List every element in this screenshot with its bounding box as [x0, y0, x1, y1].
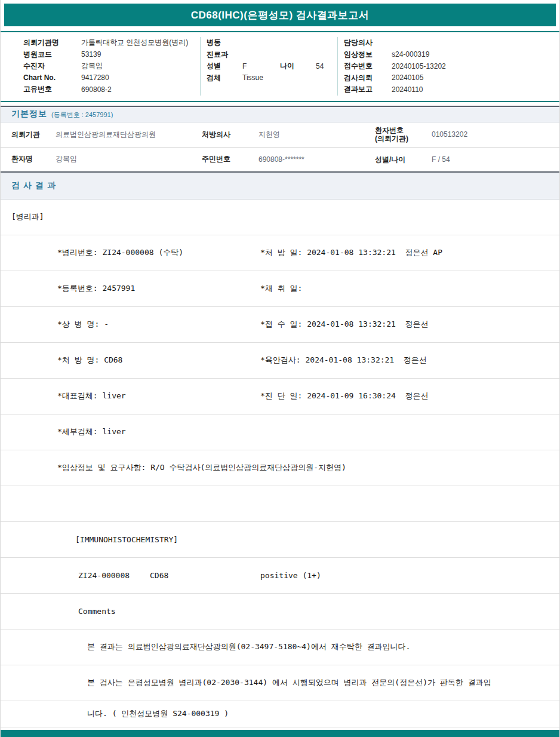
cell-label: 주민번호 [202, 154, 259, 164]
field-label: 수진자 [23, 61, 81, 71]
results-list: [병리과] *병리번호: ZI24-000008 (수탁) *처 방 일: 20… [1, 199, 559, 727]
header-field-row: 수진자 강복임 [23, 60, 200, 72]
field-value: s24-000319 [392, 50, 429, 59]
footer-bar [1, 730, 559, 737]
detail-right: *접 수 일: 2024-01-08 13:32:21 정은선 [260, 319, 559, 330]
field-label: 고유번호 [23, 84, 81, 94]
cell-value: F / 54 [432, 155, 559, 164]
field-value: 가톨릭대학교 인천성모병원(병리) [81, 38, 188, 48]
results-department-row: [병리과] [1, 199, 559, 235]
detail-left: *세부검체: liver [1, 426, 260, 437]
table-row: 의뢰기관 의료법인삼광의료재단삼광의원 처방의사 지헌영 환자번호 (의뢰기관)… [1, 122, 559, 148]
field-value: 9417280 [81, 73, 109, 82]
field-label: 의뢰기관명 [23, 38, 81, 48]
field-value: 20240110 [392, 85, 423, 94]
result-detail-row: *병리번호: ZI24-000008 (수탁) *처 방 일: 2024-01-… [1, 235, 559, 271]
report-title-bar: CD68(IHC)(은평성모) 검사결과보고서 [4, 4, 556, 26]
specimen-code: ZI24-000008 [78, 571, 150, 580]
field-value: 690808-2 [81, 85, 112, 94]
clinical-info-text: *임상정보 및 요구사항: R/O 수탁검사(의료법인삼광의료재단삼광의원-지헌… [57, 462, 346, 473]
field-label: 병원코드 [23, 50, 81, 60]
detail-left: *병리번호: ZI24-000008 (수탁) [1, 247, 260, 258]
comment-line: 본 결과는 의료법인삼광의료재단삼광의원(02-3497-5180~4)에서 재… [87, 641, 410, 652]
cell-value: 의료법인삼광의료재단삼광의원 [56, 130, 202, 140]
detail-left: *등록번호: 2457991 [1, 283, 260, 294]
detail-left: *처 방 명: CD68 [1, 355, 260, 366]
header-field-row: 병원코드 53139 [23, 49, 200, 61]
header-field-row: 검사의뢰 20240105 [344, 72, 559, 84]
header-field-row: 담당의사 [344, 37, 559, 49]
basic-info-table: 의뢰기관 의료법인삼광의료재단삼광의원 처방의사 지헌영 환자번호 (의뢰기관)… [1, 122, 559, 173]
detail-right: *채 취 일: [260, 283, 559, 294]
detail-right: *육안검사: 2024-01-08 13:32:21 정은선 [260, 355, 559, 366]
result-detail-row: *대표검체: liver *진 단 일: 2024-01-09 16:30:24… [1, 379, 559, 414]
cell-value: 지헌영 [259, 130, 375, 140]
header-col-left: 의뢰기관명 가톨릭대학교 인천성모병원(병리) 병원코드 53139 수진자 강… [1, 37, 201, 96]
ihc-header-label: [IMMUNOHISTOCHEMISTRY] [75, 535, 178, 544]
report-page: CD68(IHC)(은평성모) 검사결과보고서 의뢰기관명 가톨릭대학교 인천성… [0, 0, 560, 737]
field-value: F [242, 62, 280, 70]
results-section-title: 검 사 결 과 [11, 180, 56, 191]
field-label: 진료과 [207, 50, 242, 60]
result-detail-row: *처 방 명: CD68 *육안검사: 2024-01-08 13:32:21 … [1, 343, 559, 379]
ihc-result-row: ZI24-000008 CD68 positive (1+) [1, 558, 559, 594]
header-info: 의뢰기관명 가톨릭대학교 인천성모병원(병리) 병원코드 53139 수진자 강… [1, 31, 559, 102]
header-field-row: 결과보고 20240110 [344, 84, 559, 96]
cell-label: 환자명 [1, 154, 56, 164]
section-basic-info-bar: 기본정보 (등록번호 : 2457991) [1, 106, 559, 122]
detail-right: *진 단 일: 2024-01-09 16:30:24 정은선 [260, 391, 559, 401]
field-label: 나이 [280, 61, 316, 71]
cell-value: 강복임 [56, 154, 202, 164]
header-field-row: Chart No. 9417280 [23, 72, 200, 84]
clinical-info-row: *임상정보 및 요구사항: R/O 수탁검사(의료법인삼광의료재단삼광의원-지헌… [1, 450, 559, 486]
field-label: 임상정보 [344, 50, 392, 60]
cell-label: 성별/나이 [375, 155, 432, 164]
field-label: Chart No. [23, 73, 81, 82]
department-label: [병리과] [11, 211, 44, 222]
result-detail-row: *세부검체: liver [1, 414, 559, 450]
detail-right: *처 방 일: 2024-01-08 13:32:21 정은선 AP [260, 247, 559, 258]
basic-info-section-title: 기본정보 [11, 109, 47, 119]
test-name: CD68 [150, 571, 260, 580]
ihc-header-row: [IMMUNOHISTOCHEMISTRY] [1, 522, 559, 558]
header-field-row: 접수번호 20240105-13202 [344, 60, 559, 72]
comment-line: 본 검사는 은평성모병원 병리과(02-2030-3144) 에서 시행되었으며… [87, 677, 491, 688]
detail-left: *대표검체: liver [1, 391, 260, 401]
section-results-bar: 검 사 결 과 [1, 173, 559, 199]
header-field-row: 의뢰기관명 가톨릭대학교 인천성모병원(병리) [23, 37, 200, 49]
header-field-row: 성별 F 나이 54 [207, 60, 337, 72]
header-col-right: 담당의사 임상정보 s24-000319 접수번호 20240105-13202… [338, 37, 559, 96]
cell-value: 690808-******* [259, 155, 375, 164]
report-title: CD68(IHC)(은평성모) 검사결과보고서 [191, 8, 370, 22]
comment-line-row: 니다. ( 인천성모병원 S24-000319 ) [1, 701, 559, 727]
result-detail-row: *등록번호: 2457991 *채 취 일: [1, 271, 559, 307]
field-label: 병동 [207, 38, 242, 48]
field-value: 강복임 [81, 61, 103, 71]
field-label: 성별 [207, 61, 242, 71]
field-label: 결과보고 [344, 84, 392, 94]
header-col-middle: 병동 진료과 성별 F 나이 54 검체 Tissue [201, 37, 338, 96]
field-value: 20240105-13202 [392, 62, 446, 70]
header-field-row: 병동 [207, 37, 337, 49]
cell-label-line: (의뢰기관) [375, 134, 432, 143]
empty-row [1, 486, 559, 522]
table-row: 환자명 강복임 주민번호 690808-******* 성별/나이 F / 54 [1, 148, 559, 171]
header-field-row: 임상정보 s24-000319 [344, 49, 559, 61]
cell-label: 처방의사 [202, 130, 259, 140]
comment-line-row: 본 결과는 의료법인삼광의료재단삼광의원(02-3497-5180~4)에서 재… [1, 629, 559, 665]
cell-label: 환자번호 (의뢰기관) [375, 126, 432, 143]
field-label: 검사의뢰 [344, 73, 392, 83]
field-label: 접수번호 [344, 61, 392, 71]
result-detail-row: *상 병 명: - *접 수 일: 2024-01-08 13:32:21 정은… [1, 307, 559, 343]
comments-label-row: Comments [1, 594, 559, 629]
registration-number-note: (등록번호 : 2457991) [51, 109, 113, 119]
field-label: 담당의사 [344, 38, 392, 48]
cell-label-line: 환자번호 [375, 126, 432, 134]
field-label: 검체 [207, 73, 242, 83]
header-field-row: 검체 Tissue [207, 72, 337, 84]
comment-line: 니다. ( 인천성모병원 S24-000319 ) [87, 708, 229, 719]
comments-label: Comments [78, 607, 116, 616]
comment-line-row: 본 검사는 은평성모병원 병리과(02-2030-3144) 에서 시행되었으며… [1, 665, 559, 701]
field-value: 54 [316, 62, 324, 70]
header-field-row: 고유번호 690808-2 [23, 84, 200, 96]
